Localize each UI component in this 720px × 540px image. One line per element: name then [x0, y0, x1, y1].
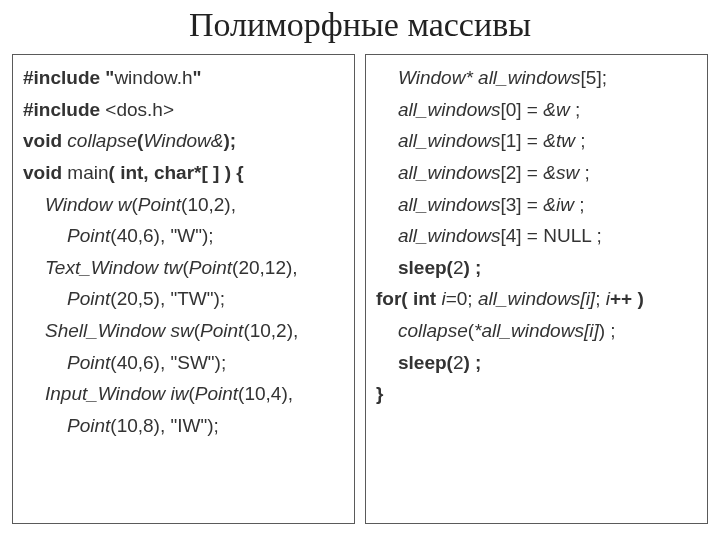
type: Point: [138, 194, 181, 215]
txt: window.h: [114, 67, 192, 88]
ident: Text_Window tw: [45, 257, 182, 278]
kw: void: [23, 162, 67, 183]
txt: (40,6), "W");: [110, 225, 213, 246]
txt: (20,12),: [232, 257, 297, 278]
ident: all_windows: [398, 130, 500, 151]
code-line: all_windows[3] = &iw ;: [376, 192, 697, 224]
code-line: Input_Window iw(Point(10,4),: [23, 381, 344, 413]
code-line: #include <dos.h>: [23, 97, 344, 129]
txt: (10,4),: [238, 383, 293, 404]
type: Point: [67, 352, 110, 373]
kw: ) ;: [464, 352, 482, 373]
slide-title: Полиморфные массивы: [0, 0, 720, 54]
code-line: Point(10,8), "IW");: [23, 413, 344, 445]
txt: (10,2),: [243, 320, 298, 341]
code-line: all_windows[4] = NULL ;: [376, 223, 697, 255]
type: Point: [67, 225, 110, 246]
kw: #include: [23, 99, 105, 120]
txt: ;: [575, 130, 586, 151]
ident: all_windows: [398, 162, 500, 183]
code-line: Window w(Point(10,2),: [23, 192, 344, 224]
ident: Window w: [45, 194, 131, 215]
kw: ) ;: [464, 257, 482, 278]
kw: ++ ): [610, 288, 644, 309]
code-line: Point(40,6), "SW");: [23, 350, 344, 382]
txt: <dos.h>: [105, 99, 174, 120]
ident: Shell_Window sw: [45, 320, 194, 341]
code-line: for( int i=0; all_windows[i]; i++ ): [376, 286, 697, 318]
txt: (40,6), "SW");: [110, 352, 226, 373]
code-line: collapse(*all_windows[i]) ;: [376, 318, 697, 350]
txt: (20,5), "TW");: [110, 288, 225, 309]
type: Point: [200, 320, 243, 341]
ident: all_windows: [398, 225, 500, 246]
txt: ;: [574, 194, 585, 215]
txt: [5];: [581, 67, 607, 88]
ident: all_windows[i]: [478, 288, 595, 309]
kw: void: [23, 130, 67, 151]
txt: 2: [453, 257, 464, 278]
columns-container: #include "window.h" #include <dos.h> voi…: [0, 54, 720, 524]
txt: =0;: [446, 288, 478, 309]
ident: &sw: [543, 162, 579, 183]
code-line: }: [376, 381, 697, 413]
code-line: Window* all_windows[5];: [376, 65, 697, 97]
code-line: Shell_Window sw(Point(10,2),: [23, 318, 344, 350]
ident: *all_windows[i]: [474, 320, 599, 341]
type: Point: [189, 257, 232, 278]
code-line: all_windows[1] = &tw ;: [376, 128, 697, 160]
ident: main: [67, 162, 108, 183]
code-line: Point(40,6), "W");: [23, 223, 344, 255]
kw: ( int, char*[ ] ) {: [109, 162, 244, 183]
right-panel: Window* all_windows[5]; all_windows[0] =…: [365, 54, 708, 524]
ident: &w: [543, 99, 569, 120]
kw: for( int: [376, 288, 441, 309]
code-line: all_windows[0] = &w ;: [376, 97, 697, 129]
txt: (10,2),: [181, 194, 236, 215]
left-panel: #include "window.h" #include <dos.h> voi…: [12, 54, 355, 524]
txt: ) ;: [599, 320, 616, 341]
ident: all_windows: [398, 194, 500, 215]
code-line: void main( int, char*[ ] ) {: [23, 160, 344, 192]
ident: collapse: [398, 320, 468, 341]
txt: (10,8), "IW");: [110, 415, 219, 436]
txt: 2: [453, 352, 464, 373]
txt: ;: [579, 162, 590, 183]
ident: all_windows: [398, 99, 500, 120]
ident: &iw: [543, 194, 574, 215]
code-line: void collapse(Window&);: [23, 128, 344, 160]
txt: [2] =: [500, 162, 543, 183]
code-line: all_windows[2] = &sw ;: [376, 160, 697, 192]
ident: Input_Window iw: [45, 383, 188, 404]
kw: #include ": [23, 67, 114, 88]
code-line: Point(20,5), "TW");: [23, 286, 344, 318]
code-line: Text_Window tw(Point(20,12),: [23, 255, 344, 287]
ident: &tw: [543, 130, 575, 151]
txt: [1] =: [500, 130, 543, 151]
ident: Window* all_windows: [398, 67, 581, 88]
kw: sleep(: [398, 257, 453, 278]
kw: sleep(: [398, 352, 453, 373]
txt: [4] = NULL ;: [500, 225, 601, 246]
txt: ;: [595, 288, 606, 309]
type: Point: [67, 415, 110, 436]
txt: [3] =: [500, 194, 543, 215]
code-line: sleep(2) ;: [376, 350, 697, 382]
ident: collapse: [67, 130, 137, 151]
code-line: sleep(2) ;: [376, 255, 697, 287]
code-line: #include "window.h": [23, 65, 344, 97]
kw: }: [376, 383, 383, 404]
txt: [0] =: [500, 99, 543, 120]
kw: );: [223, 130, 236, 151]
type: Window&: [143, 130, 223, 151]
txt: ;: [570, 99, 581, 120]
type: Point: [195, 383, 238, 404]
type: Point: [67, 288, 110, 309]
kw: ": [193, 67, 202, 88]
